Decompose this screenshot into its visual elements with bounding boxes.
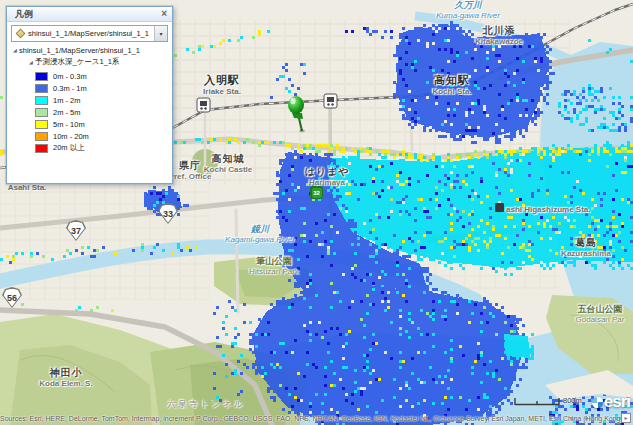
tree-root-label: shinsui_1_1/MapServer/shinsui_1_1 [19, 46, 140, 55]
tree-sublayer-label: 予測浸水深_ケース1_1系 [35, 57, 120, 67]
legend-swatch [35, 108, 48, 117]
legend-label: 20m 以上 [53, 143, 85, 153]
layers-icon [12, 30, 28, 37]
legend-label: 1m - 2m [53, 96, 81, 105]
legend-item: 1m - 2m [35, 94, 172, 106]
station-icon-iriake [197, 98, 210, 112]
legend-tree-root: ◢ shinsui_1_1/MapServer/shinsui_1_1 [7, 44, 172, 56]
legend-swatch [35, 132, 48, 141]
legend-label: 5m - 10m [53, 120, 85, 129]
tram-stop-icon [495, 203, 504, 212]
legend-item: 10m - 20m [35, 130, 172, 142]
legend-swatch [35, 96, 48, 105]
legend-label: 10m - 20m [53, 132, 89, 141]
legend-item: 5m - 10m [35, 118, 172, 130]
legend-label: 0m - 0.3m [53, 72, 87, 81]
esri-logo: esri [592, 392, 630, 412]
layer-selector-value: shinsui_1_1/MapServer/shinsui_1_1 [28, 29, 154, 38]
legend-item: 0m - 0.3m [35, 70, 172, 82]
scale-label: 800m [563, 396, 582, 405]
chevron-down-icon[interactable]: ▾ [154, 26, 167, 41]
legend-item: 2m - 5m [35, 106, 172, 118]
attribution-expand-button[interactable]: ▸ [621, 413, 631, 423]
legend-titlebar: 凡例 × [7, 7, 172, 22]
legend-title: 凡例 [15, 8, 33, 21]
legend-item: 20m 以上 [35, 142, 172, 154]
tree-expander-icon[interactable]: ◢ [27, 59, 35, 65]
legend-swatch [35, 72, 48, 81]
legend-panel: 凡例 × shinsui_1_1/MapServer/shinsui_1_1 ▾… [6, 6, 173, 184]
map-canvas[interactable]: 入明駅Iriake Sta.高知駅Kochi Sta.久万川Kuma-gawa … [0, 0, 633, 425]
esri-globe-icon [592, 397, 603, 408]
legend-label: 0.3m - 1m [53, 84, 87, 93]
scale-bar: 800m [514, 396, 582, 406]
legend-swatch [35, 144, 48, 153]
tree-expander-icon[interactable]: ◢ [11, 47, 19, 53]
station-icon-kochi [324, 94, 337, 108]
layer-selector[interactable]: shinsui_1_1/MapServer/shinsui_1_1 ▾ [11, 25, 168, 42]
close-icon[interactable]: × [161, 9, 167, 19]
legend-swatch [35, 84, 48, 93]
legend-label: 2m - 5m [53, 108, 81, 117]
legend-swatch [35, 120, 48, 129]
legend-item: 0.3m - 1m [35, 82, 172, 94]
legend-tree-sublayer: ◢ 予測浸水深_ケース1_1系 [7, 56, 172, 68]
attribution-text: Sources: Esri, HERE, DeLorme, TomTom, In… [0, 415, 620, 425]
legend-item-list: 0m - 0.3m0.3m - 1m1m - 2m2m - 5m5m - 10m… [7, 68, 172, 154]
